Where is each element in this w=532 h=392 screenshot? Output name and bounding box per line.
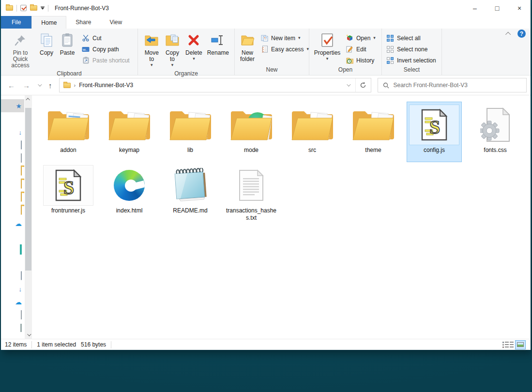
close-button[interactable]: × bbox=[508, 0, 531, 16]
sidebar-item-down-arrow[interactable]: ↓ bbox=[1, 282, 24, 295]
new-item-button[interactable]: New item▾ bbox=[260, 32, 309, 44]
breadcrumb[interactable]: › Front-Runner-Bot-V3 bbox=[60, 82, 341, 89]
sidebar-item-document[interactable] bbox=[1, 269, 24, 282]
file-tile[interactable]: fonts.css bbox=[468, 102, 523, 162]
text-file-icon bbox=[226, 165, 276, 206]
open-cube-icon bbox=[346, 34, 353, 42]
dropdown-caret-icon: ▾ bbox=[171, 62, 174, 68]
copy-path-icon: w.. bbox=[82, 46, 90, 52]
new-folder-button[interactable]: New folder bbox=[238, 31, 257, 63]
pushpin-icon bbox=[14, 32, 27, 48]
file-tile[interactable]: lib bbox=[163, 102, 218, 162]
file-tile[interactable]: addon bbox=[41, 102, 96, 162]
collapse-ribbon-icon[interactable] bbox=[505, 31, 511, 37]
help-icon[interactable]: ? bbox=[517, 30, 526, 38]
recent-locations-chevron[interactable] bbox=[38, 82, 42, 86]
file-tile[interactable]: transactions_hashes.txt bbox=[224, 162, 279, 223]
thumbnail-view-button[interactable] bbox=[515, 340, 526, 349]
sidebar-item-folder[interactable] bbox=[1, 204, 24, 217]
up-arrow[interactable]: ↑ bbox=[48, 81, 52, 90]
sidebar-item-down-arrow[interactable]: ↓ bbox=[1, 125, 24, 138]
tab-file[interactable]: File bbox=[1, 16, 31, 29]
refresh-button[interactable] bbox=[355, 78, 371, 92]
refresh-icon bbox=[360, 82, 366, 89]
sidebar-item-monitor[interactable] bbox=[1, 112, 24, 125]
easy-access-button[interactable]: Easy access▾ bbox=[260, 44, 309, 55]
copy-path-button[interactable]: w.. Copy path bbox=[82, 44, 130, 55]
sidebar-item-folder[interactable] bbox=[1, 165, 24, 178]
scrollbar-thumb[interactable] bbox=[25, 108, 31, 271]
copy-to-button[interactable]: Copy to▾ bbox=[162, 31, 183, 70]
back-arrow[interactable]: ← bbox=[8, 81, 15, 90]
address-bar[interactable]: › Front-Runner-Bot-V3 bbox=[59, 78, 371, 92]
edit-button[interactable]: Edit bbox=[346, 44, 376, 55]
navigation-scrollbar[interactable] bbox=[25, 95, 32, 339]
sidebar-item-picture[interactable] bbox=[1, 151, 24, 165]
sidebar-item-box-3d[interactable] bbox=[1, 243, 24, 256]
forward-arrow[interactable]: → bbox=[23, 81, 30, 90]
edge-browser-icon bbox=[104, 165, 154, 206]
dropdown-caret-icon: ▾ bbox=[298, 35, 301, 40]
select-all-button[interactable]: Select all bbox=[386, 32, 436, 44]
sidebar-item-monitor[interactable] bbox=[1, 256, 24, 269]
move-to-button[interactable]: Move to▾ bbox=[141, 31, 162, 70]
file-tile[interactable]: S mode bbox=[224, 102, 279, 162]
divider bbox=[31, 341, 32, 348]
breadcrumb-path[interactable]: Front-Runner-Bot-V3 bbox=[79, 82, 133, 89]
select-none-button[interactable]: Select none bbox=[386, 44, 436, 55]
scroll-up-arrow[interactable] bbox=[25, 95, 32, 103]
customize-caret-icon[interactable] bbox=[41, 6, 45, 10]
invert-selection-button[interactable]: Invert selection bbox=[386, 55, 436, 66]
scroll-down-arrow[interactable] bbox=[25, 331, 32, 339]
delete-x-icon bbox=[187, 32, 200, 48]
address-dropdown-button[interactable] bbox=[341, 78, 355, 92]
maximize-button[interactable]: □ bbox=[486, 0, 508, 16]
rename-button[interactable]: Rename bbox=[205, 31, 231, 57]
notepad-icon bbox=[165, 165, 215, 206]
quick-access-star-icon: ★ bbox=[15, 102, 22, 110]
tab-home[interactable]: Home bbox=[31, 16, 66, 29]
delete-button[interactable]: Delete▾ bbox=[182, 31, 205, 63]
group-clipboard: Pin to Quick access Copy Paste bbox=[1, 29, 138, 75]
minimize-button[interactable]: – bbox=[464, 0, 486, 16]
search-input[interactable]: Search Front-Runner-Bot-V3 bbox=[378, 78, 527, 92]
main-area: ★↓☁↓☁ addon S keymap lib bbox=[1, 95, 531, 339]
tab-view[interactable]: View bbox=[100, 16, 131, 29]
paste-shortcut-button[interactable]: Paste shortcut bbox=[82, 55, 130, 66]
tab-share[interactable]: Share bbox=[66, 16, 100, 29]
folder-icon[interactable] bbox=[30, 5, 37, 11]
separator bbox=[48, 5, 48, 12]
sidebar-item-onedrive-cloud[interactable]: ☁ bbox=[1, 217, 24, 230]
folder-js-icon: S bbox=[104, 105, 154, 145]
pin-to-quick-access-button[interactable]: Pin to Quick access bbox=[4, 31, 36, 70]
open-button[interactable]: Open▾ bbox=[346, 32, 376, 44]
file-tile[interactable]: Sconfig.js bbox=[407, 102, 462, 162]
sidebar-item-folder[interactable] bbox=[1, 178, 24, 191]
sidebar-item-film[interactable] bbox=[1, 321, 24, 334]
file-tile[interactable]: S keymap bbox=[102, 102, 157, 162]
file-name: keymap bbox=[119, 147, 139, 154]
sidebar-item-quick-access-star[interactable]: ★ bbox=[1, 99, 24, 112]
properties-button[interactable]: Properties▾ bbox=[313, 31, 342, 63]
sidebar-item-picture[interactable] bbox=[1, 308, 24, 321]
file-tile[interactable]: README.md bbox=[163, 162, 218, 223]
file-tile[interactable]: index.html bbox=[102, 162, 157, 223]
cut-button[interactable]: Cut bbox=[82, 32, 130, 44]
sidebar-item-onedrive-cloud[interactable]: ☁ bbox=[1, 295, 24, 308]
folder-icon bbox=[21, 193, 22, 202]
file-tile[interactable]: S src bbox=[285, 102, 340, 162]
sidebar-item-monitor[interactable] bbox=[1, 230, 24, 243]
copy-button[interactable]: Copy bbox=[36, 31, 57, 57]
history-button[interactable]: History bbox=[346, 55, 376, 66]
details-view-button[interactable] bbox=[502, 340, 513, 349]
sidebar-item-document[interactable] bbox=[1, 138, 24, 151]
sidebar-item-folder[interactable] bbox=[1, 191, 24, 204]
search-icon bbox=[383, 82, 389, 89]
file-tile[interactable]: theme bbox=[346, 102, 401, 162]
paste-button[interactable]: Paste bbox=[57, 31, 78, 57]
properties-checkbox-icon[interactable] bbox=[20, 5, 27, 11]
selection-summary: 1 item selected bbox=[37, 341, 76, 348]
group-organize: Move to▾ Copy to▾ Delete▾ bbox=[138, 29, 235, 75]
onedrive-cloud-icon: ☁ bbox=[15, 298, 22, 306]
file-tile[interactable]: Sfrontrunner.js bbox=[41, 162, 96, 223]
